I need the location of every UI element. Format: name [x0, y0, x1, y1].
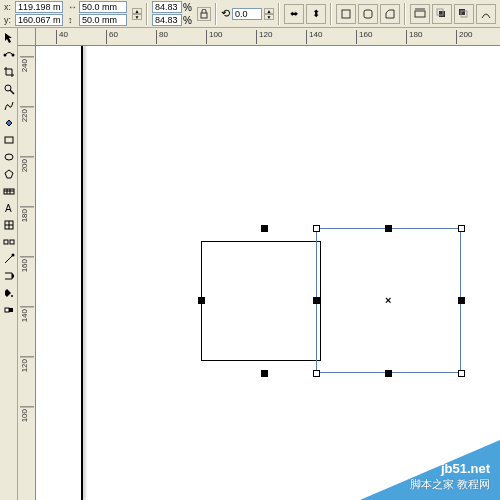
selection-handle-nw[interactable] — [313, 225, 320, 232]
blend-tool[interactable] — [1, 234, 17, 250]
selection-handle-extra-s[interactable] — [261, 370, 268, 377]
fill-tool[interactable] — [1, 285, 17, 301]
mirror-v-button[interactable]: ⬍ — [306, 4, 326, 24]
position-group: x: y: — [4, 1, 63, 26]
size-spinner[interactable]: ▲ ▼ — [132, 8, 142, 20]
table-tool[interactable] — [1, 217, 17, 233]
drawing-canvas[interactable]: × — [36, 46, 500, 500]
convert-curves-button[interactable] — [476, 4, 496, 24]
selection-handle-extra-w[interactable] — [198, 297, 205, 304]
smart-fill-tool[interactable] — [1, 115, 17, 131]
svg-rect-2 — [364, 10, 372, 18]
mirror-h-icon: ⬌ — [290, 8, 298, 19]
outline-tool[interactable] — [1, 268, 17, 284]
horizontal-ruler[interactable]: 40 60 80 100 120 140 160 180 200 — [36, 28, 500, 46]
svg-rect-0 — [201, 13, 207, 18]
selection-handle-sw[interactable] — [313, 370, 320, 377]
watermark: jb51.net 脚本之家 教程网 — [360, 440, 500, 500]
rotation-input[interactable] — [232, 8, 262, 20]
ellipse-tool[interactable] — [1, 149, 17, 165]
rectangle-tool[interactable] — [1, 132, 17, 148]
toolbox: A — [0, 28, 18, 500]
percent-label: % — [183, 15, 192, 26]
to-front-button[interactable] — [432, 4, 452, 24]
spinner-down[interactable]: ▼ — [132, 14, 142, 20]
width-icon: ↔ — [68, 2, 78, 12]
wrap-text-button[interactable] — [410, 4, 430, 24]
svg-rect-13 — [5, 137, 13, 143]
width-input[interactable] — [79, 1, 127, 13]
spinner-down[interactable]: ▼ — [264, 14, 274, 20]
svg-rect-5 — [439, 11, 445, 17]
svg-line-12 — [10, 90, 14, 94]
crop-tool[interactable] — [1, 64, 17, 80]
rotation-icon: ⟲ — [221, 7, 230, 20]
corner-1-button[interactable] — [336, 4, 356, 24]
selection-handle-extra-n[interactable] — [261, 225, 268, 232]
svg-point-26 — [11, 295, 13, 297]
height-input[interactable] — [79, 14, 127, 26]
to-back-button[interactable] — [454, 4, 474, 24]
corner-3-button[interactable] — [380, 4, 400, 24]
svg-rect-1 — [342, 10, 350, 18]
y-position-input[interactable] — [15, 14, 63, 26]
selection-handle-s[interactable] — [385, 370, 392, 377]
text-tool[interactable]: A — [1, 200, 17, 216]
lock-ratio-button[interactable] — [197, 7, 211, 21]
page-edge — [81, 46, 83, 500]
x-position-input[interactable] — [15, 1, 63, 13]
separator — [404, 3, 406, 25]
svg-rect-23 — [4, 240, 8, 244]
eyedropper-tool[interactable] — [1, 251, 17, 267]
svg-point-14 — [5, 154, 13, 160]
separator — [146, 3, 148, 25]
separator — [215, 3, 217, 25]
percent-label: % — [183, 2, 192, 13]
scale-x-input[interactable] — [152, 1, 182, 13]
ruler-origin[interactable] — [18, 28, 36, 46]
mirror-v-icon: ⬍ — [312, 8, 320, 19]
y-label: y: — [4, 15, 14, 25]
x-label: x: — [4, 2, 14, 12]
size-group: ↔ ↕ — [68, 1, 127, 26]
svg-rect-3 — [415, 11, 425, 17]
scale-group: % % — [152, 1, 192, 26]
interactive-fill-tool[interactable] — [1, 302, 17, 318]
svg-text:A: A — [5, 203, 12, 214]
height-icon: ↕ — [68, 15, 78, 25]
selection-center-icon[interactable]: × — [385, 294, 391, 306]
pick-tool[interactable] — [1, 30, 17, 46]
work-area: A 40 60 80 100 120 140 160 180 200 240 2… — [0, 28, 500, 500]
vertical-ruler[interactable]: 240 220 200 180 160 140 120 100 — [18, 46, 36, 500]
polygon-tool[interactable] — [1, 166, 17, 182]
svg-rect-7 — [459, 9, 465, 15]
separator — [278, 3, 280, 25]
shape-tool[interactable] — [1, 47, 17, 63]
property-bar: x: y: ↔ ↕ ▲ ▼ % % ⟲ — [0, 0, 500, 28]
selection-handle-ne[interactable] — [458, 225, 465, 232]
rotation-spinner[interactable]: ▲ ▼ — [264, 8, 274, 20]
zoom-tool[interactable] — [1, 81, 17, 97]
selection-handle-e[interactable] — [458, 297, 465, 304]
svg-rect-28 — [5, 308, 9, 312]
svg-point-9 — [4, 54, 7, 57]
selection-handle-n[interactable] — [385, 225, 392, 232]
separator — [330, 3, 332, 25]
watermark-sub: 脚本之家 教程网 — [410, 477, 490, 492]
canvas-area: 40 60 80 100 120 140 160 180 200 240 220… — [18, 28, 500, 500]
selection-handle-se[interactable] — [458, 370, 465, 377]
scale-y-input[interactable] — [152, 14, 182, 26]
svg-rect-24 — [10, 240, 14, 244]
selection-handle-w[interactable] — [313, 297, 320, 304]
corner-2-button[interactable] — [358, 4, 378, 24]
basic-shapes-tool[interactable] — [1, 183, 17, 199]
watermark-site: jb51.net — [441, 461, 490, 476]
rectangle-object-1[interactable] — [201, 241, 321, 361]
svg-point-10 — [12, 54, 15, 57]
svg-point-25 — [12, 254, 15, 257]
freehand-tool[interactable] — [1, 98, 17, 114]
mirror-h-button[interactable]: ⬌ — [284, 4, 304, 24]
